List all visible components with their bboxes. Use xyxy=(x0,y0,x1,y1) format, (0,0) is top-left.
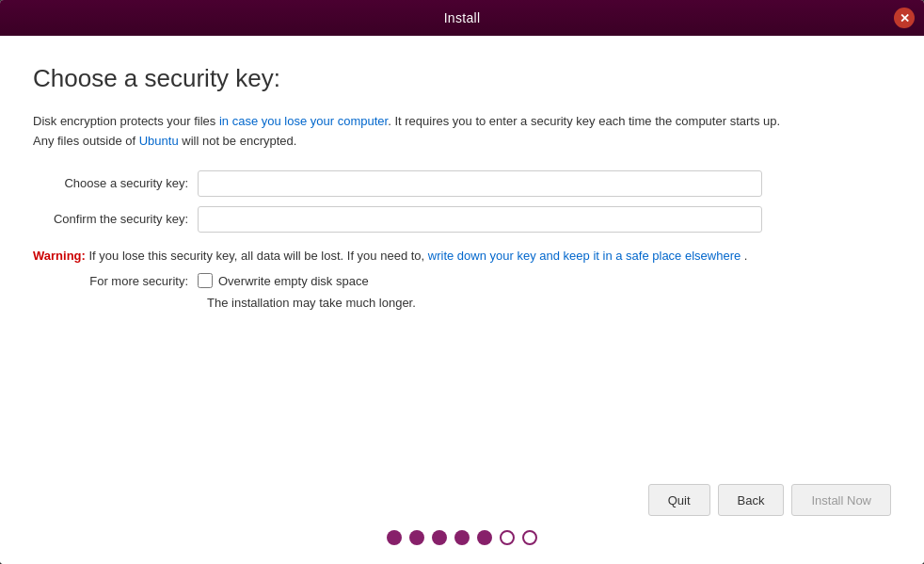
warning-link: write down your key and keep it in a saf… xyxy=(428,249,741,263)
description-line1: Disk encryption protects your files in c… xyxy=(33,114,780,128)
dot-6 xyxy=(500,530,515,545)
window-title: Install xyxy=(444,10,481,25)
close-icon: ✕ xyxy=(900,11,910,25)
hint-text: The installation may take much longer. xyxy=(207,296,891,310)
warning-section: Warning: If you lose this security key, … xyxy=(33,247,891,266)
confirm-row: Confirm the security key: xyxy=(33,206,891,233)
back-button[interactable]: Back xyxy=(718,484,785,516)
quit-button[interactable]: Quit xyxy=(648,484,710,516)
confirm-key-input[interactable] xyxy=(198,206,762,233)
close-button[interactable]: ✕ xyxy=(894,8,915,28)
link-ubuntu: Ubuntu xyxy=(139,134,179,148)
description-line2: Any files outside of Ubuntu will not be … xyxy=(33,134,296,148)
checkbox-row: Overwrite empty disk space xyxy=(198,273,369,288)
spacer xyxy=(33,310,891,484)
button-row: Quit Back Install Now xyxy=(33,484,891,516)
overwrite-label: Overwrite empty disk space xyxy=(218,274,369,288)
form-section: Choose a security key: Confirm the secur… xyxy=(33,170,891,233)
dot-5 xyxy=(477,530,492,545)
security-row: For more security: Overwrite empty disk … xyxy=(33,273,891,288)
install-now-button[interactable]: Install Now xyxy=(791,484,891,516)
bottom-section: Quit Back Install Now xyxy=(33,484,891,545)
main-content: Choose a security key: Disk encryption p… xyxy=(0,36,924,564)
dot-7 xyxy=(522,530,537,545)
window: Install ✕ Choose a security key: Disk en… xyxy=(0,0,924,564)
page-title: Choose a security key: xyxy=(33,64,891,93)
overwrite-checkbox[interactable] xyxy=(198,273,213,288)
key-label: Choose a security key: xyxy=(33,176,198,190)
dot-2 xyxy=(409,530,424,545)
confirm-label: Confirm the security key: xyxy=(33,212,198,226)
titlebar: Install ✕ xyxy=(0,0,924,36)
key-row: Choose a security key: xyxy=(33,170,891,197)
warning-label: Warning: xyxy=(33,249,86,263)
warning-text-2: . xyxy=(744,249,748,263)
dot-1 xyxy=(387,530,402,545)
link-in-case: in case you lose your computer xyxy=(219,114,388,128)
progress-dots xyxy=(387,530,537,545)
dot-3 xyxy=(432,530,447,545)
security-key-input[interactable] xyxy=(198,170,762,197)
warning-text-1: If you lose this security key, all data … xyxy=(88,249,427,263)
security-label: For more security: xyxy=(33,274,198,288)
dot-4 xyxy=(454,530,470,545)
description: Disk encryption protects your files in c… xyxy=(33,112,891,152)
